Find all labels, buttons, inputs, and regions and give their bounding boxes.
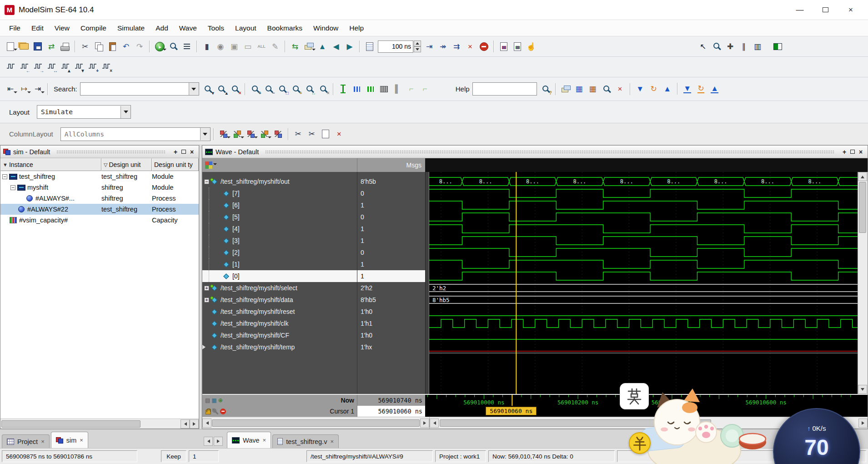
wave-signal-row[interactable]: [4]: [202, 223, 357, 235]
help-search-button[interactable]: ?: [539, 83, 552, 96]
sim-maximize-button[interactable]: [180, 148, 188, 156]
help-input[interactable]: [473, 83, 537, 95]
wave-expand-toggle[interactable]: +: [204, 286, 209, 291]
grid-green-button[interactable]: [364, 83, 377, 96]
sim-tree-row[interactable]: #vsim_capacity#Capacity: [0, 215, 199, 226]
step-over-button[interactable]: ◉: [214, 40, 227, 53]
sim-scroll-thumb[interactable]: [1, 420, 140, 428]
search-input[interactable]: [80, 83, 189, 95]
search-dropdown-button[interactable]: [189, 83, 199, 95]
zoom-mode-button[interactable]: [710, 40, 723, 53]
search-prev-button[interactable]: ▴: [215, 83, 228, 96]
names-scroll-left-button[interactable]: [202, 419, 211, 428]
half-badge[interactable]: [629, 432, 651, 454]
env-up-button[interactable]: ▲: [316, 40, 329, 53]
stop-sim-button[interactable]: [477, 40, 490, 53]
sim-close-button[interactable]: ×: [188, 148, 196, 156]
zoom-out-button[interactable]: −: [262, 83, 275, 96]
zoom-range-button[interactable]: ↔: [303, 83, 316, 96]
wave-scroll-left-button[interactable]: [430, 419, 439, 428]
sim-horizontal-scrollbar[interactable]: [0, 419, 199, 429]
show-readers-button[interactable]: [272, 128, 285, 141]
print-button[interactable]: [59, 40, 71, 53]
show-all-button[interactable]: ALL: [255, 40, 268, 53]
dataset-button[interactable]: [302, 40, 315, 53]
move-down-button[interactable]: ▼: [634, 83, 647, 96]
bookmark-find-button[interactable]: [600, 83, 613, 96]
find-button[interactable]: [167, 40, 180, 53]
lower-edge-button[interactable]: ▼: [72, 61, 85, 73]
search-stop-button[interactable]: ×: [229, 83, 241, 96]
wave-vertical-scrollbar[interactable]: [858, 172, 868, 394]
profile-button[interactable]: [497, 40, 510, 53]
refresh-button[interactable]: ↻: [647, 83, 660, 96]
sim-panel-header[interactable]: sim - Default +×: [0, 146, 199, 158]
names-scroll-thumb[interactable]: [212, 419, 420, 427]
highlight-button[interactable]: ✎: [269, 40, 281, 53]
wave-signal-row[interactable]: [3]: [202, 235, 357, 247]
grid-stripes-button[interactable]: [378, 83, 391, 96]
add-cursor-button[interactable]: [337, 83, 350, 96]
sim-scroll-right-button[interactable]: [190, 419, 199, 429]
left-margin-button[interactable]: ▌: [391, 83, 404, 96]
run-length-decrease-button[interactable]: [414, 46, 421, 52]
columns-icon[interactable]: [205, 161, 212, 169]
zoom-last-button[interactable]: ×: [317, 83, 330, 96]
column-header-design-unit[interactable]: ▽ Design unit: [101, 158, 152, 171]
expand-right-button[interactable]: ⌐: [419, 83, 431, 96]
zoom-cursor-button[interactable]: +: [290, 83, 302, 96]
region-button[interactable]: ▭: [241, 40, 254, 53]
refresh-all-button[interactable]: ↻: [695, 83, 707, 96]
tree-expand-toggle[interactable]: −: [2, 174, 7, 179]
expand-left-button[interactable]: ⌐: [405, 83, 418, 96]
pet-widget[interactable]: [617, 381, 767, 464]
zoom-full-button[interactable]: □: [276, 83, 289, 96]
restart-button[interactable]: [363, 40, 376, 53]
wave-signal-row[interactable]: −/test_shiftreg/myshift/out: [202, 176, 357, 187]
move-up-button[interactable]: ▲: [661, 83, 674, 96]
zoom-in-button[interactable]: +: [249, 83, 261, 96]
minimize-button[interactable]: —: [787, 1, 813, 19]
continue-run-button[interactable]: ↠: [437, 40, 449, 53]
remove-cursor-icon[interactable]: [220, 409, 226, 414]
edit-grid-button[interactable]: ▥: [751, 40, 764, 53]
tab-wave[interactable]: Wave×: [227, 432, 271, 448]
column-header-instance[interactable]: ▼ Instance: [0, 158, 101, 171]
tab-close-icon[interactable]: ×: [330, 438, 334, 445]
wave-signal-row[interactable]: /test_shiftreg/myshift/temp: [202, 341, 357, 353]
bd-toggle-button[interactable]: [771, 40, 784, 53]
menu-file[interactable]: File: [4, 20, 26, 36]
sim-tree-row[interactable]: −test_shiftregtest_shiftregModule: [0, 171, 199, 182]
tab-scroll-right-button[interactable]: [214, 437, 223, 446]
sim-panel-drag-handle[interactable]: [56, 150, 165, 154]
save-button[interactable]: [31, 40, 44, 53]
paste-button[interactable]: [106, 40, 119, 53]
add-edge-button[interactable]: +: [86, 61, 99, 73]
layout-combobox[interactable]: Simulate: [37, 105, 131, 119]
run-length-increase-button[interactable]: [414, 40, 421, 46]
menu-tools[interactable]: Tools: [202, 20, 230, 36]
wave-expand-toggle[interactable]: +: [204, 298, 209, 303]
wave-panel-drag-handle[interactable]: [265, 150, 834, 154]
tab-project[interactable]: Project×: [2, 434, 50, 448]
wave-signal-row[interactable]: [7]: [202, 187, 357, 199]
menu-view[interactable]: View: [49, 20, 75, 36]
swap-views-button[interactable]: ⇆: [289, 40, 301, 53]
bookmark-add-button[interactable]: ▦: [587, 83, 599, 96]
break-button[interactable]: ×: [464, 40, 477, 53]
menu-layout[interactable]: Layout: [230, 20, 262, 36]
copy-view-button[interactable]: [319, 128, 332, 141]
wave-plot[interactable]: 8...8...8...8...8...8...8...8...8...2'h2…: [429, 172, 858, 394]
wave-signal-row[interactable]: [2]: [202, 247, 357, 258]
raise-edge-button[interactable]: ▲: [59, 61, 71, 73]
menu-wave[interactable]: Wave: [174, 20, 202, 36]
active-driver-button[interactable]: [245, 128, 257, 141]
wave-scroll-right-button[interactable]: [858, 419, 868, 428]
wave-close-button[interactable]: ×: [857, 148, 865, 156]
cursor-time-box[interactable]: 569010060 ns: [486, 407, 537, 415]
bookmark-grid-button[interactable]: ▦: [573, 83, 586, 96]
tab-scroll-left-button[interactable]: [204, 437, 213, 446]
next-transition-button[interactable]: ⇥: [31, 83, 44, 96]
env-back-button[interactable]: ◀: [330, 40, 342, 53]
sim-tree-row[interactable]: −myshiftshiftregModule: [0, 182, 199, 193]
